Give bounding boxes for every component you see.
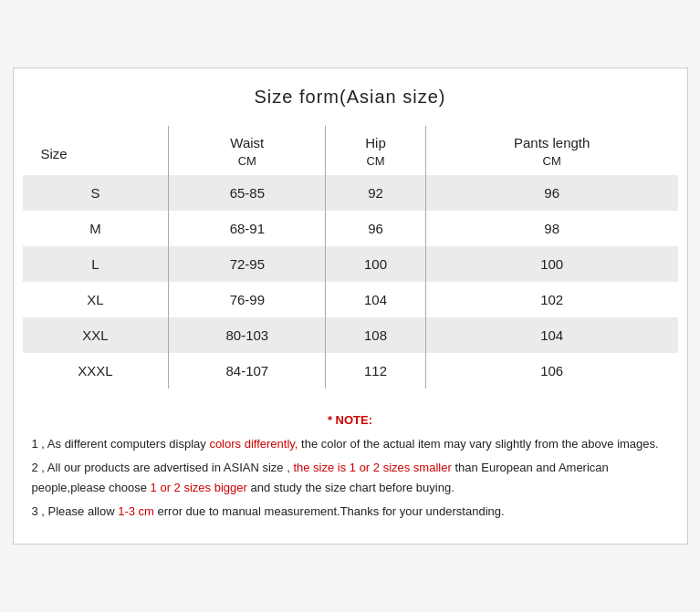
- cell-hip: 108: [326, 317, 426, 353]
- header-waist-unit: CM: [169, 152, 326, 175]
- cell-hip: 112: [326, 353, 426, 389]
- cell-size: S: [23, 175, 169, 211]
- note1-b: the color of the actual item may vary sl…: [298, 437, 658, 451]
- cell-pants: 104: [425, 317, 677, 353]
- cell-waist: 84-107: [169, 353, 326, 389]
- header-pants: Pants length: [425, 126, 677, 152]
- cell-pants: 102: [425, 282, 677, 317]
- page-title: Size form(Asian size): [23, 87, 678, 108]
- note1-a: 1 , As different computers display: [32, 437, 210, 451]
- table-row: XXXL84-107112106: [23, 353, 678, 389]
- note-section: * NOTE: 1 , As different computers displ…: [23, 410, 678, 522]
- note2: 2 , All our products are advertised in A…: [32, 458, 669, 498]
- cell-size: XXL: [23, 317, 169, 353]
- cell-hip: 104: [326, 282, 426, 317]
- note2-red1: the size is 1 or 2 sizes smaller: [293, 461, 451, 474]
- cell-hip: 96: [326, 211, 426, 246]
- note2-a: 2 , All our products are advertised in A…: [32, 461, 294, 474]
- cell-pants: 106: [425, 353, 677, 389]
- table-row: XL76-99104102: [23, 282, 678, 317]
- header-size: Size: [23, 126, 169, 175]
- size-table: Size Waist Hip Pants length CM CM CM S65…: [23, 126, 678, 389]
- header-hip: Hip: [326, 126, 426, 152]
- cell-waist: 68-91: [169, 211, 326, 246]
- note2-red2: 1 or 2 sizes bigger: [151, 481, 247, 494]
- cell-pants: 100: [425, 246, 677, 282]
- note1: 1 , As different computers display color…: [32, 434, 669, 454]
- cell-size: L: [23, 246, 169, 282]
- header-pants-unit: CM: [425, 152, 677, 175]
- table-row: M68-919698: [23, 211, 678, 246]
- note3-a: 3 , Please allow: [32, 504, 119, 518]
- main-container: Size form(Asian size) Size Waist Hip Pan…: [13, 67, 688, 545]
- cell-hip: 92: [326, 175, 426, 211]
- cell-size: M: [23, 211, 169, 246]
- note3-b: error due to manual measurement.Thanks f…: [154, 504, 505, 518]
- note3-red: 1-3 cm: [118, 504, 154, 518]
- table-row: XXL80-103108104: [23, 317, 678, 353]
- cell-pants: 98: [425, 211, 677, 246]
- cell-hip: 100: [326, 246, 426, 282]
- cell-size: XL: [23, 282, 169, 317]
- note1-red: colors differently,: [209, 437, 298, 451]
- cell-waist: 76-99: [169, 282, 326, 317]
- table-row: S65-859296: [23, 175, 678, 211]
- cell-size: XXXL: [23, 353, 169, 389]
- cell-waist: 65-85: [169, 175, 326, 211]
- cell-pants: 96: [425, 175, 677, 211]
- cell-waist: 72-95: [169, 246, 326, 282]
- cell-waist: 80-103: [169, 317, 326, 353]
- note-title: * NOTE:: [328, 413, 372, 427]
- table-row: L72-95100100: [23, 246, 678, 282]
- note2-c: and study the size chart before buying.: [247, 481, 454, 494]
- header-waist: Waist: [169, 126, 326, 152]
- header-hip-unit: CM: [326, 152, 426, 175]
- note3: 3 , Please allow 1-3 cm error due to man…: [32, 502, 669, 522]
